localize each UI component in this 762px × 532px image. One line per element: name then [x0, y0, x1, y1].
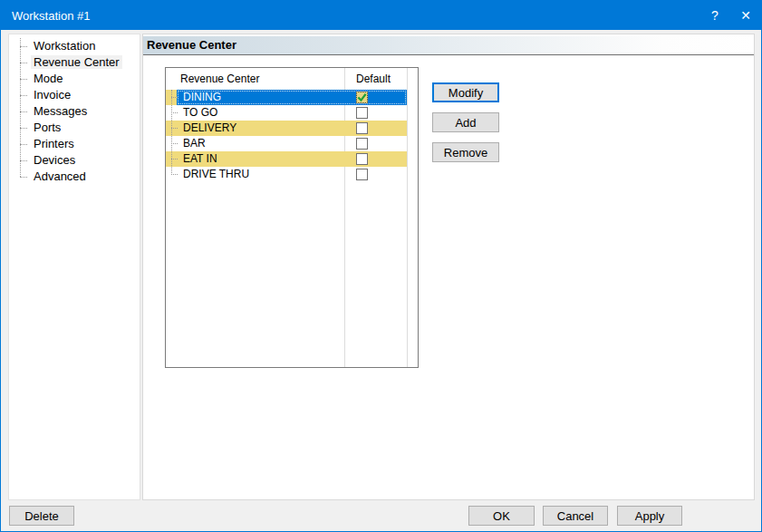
tree-connector [20, 160, 27, 161]
sidebar-item-label: Devices [31, 153, 78, 167]
sidebar-item-mode[interactable]: Mode [9, 71, 140, 87]
tree-connector [20, 63, 27, 63]
titlebar: Workstation #1 ? ✕ [1, 1, 761, 30]
tree-branch-line [171, 90, 172, 175]
modify-button[interactable]: Modify [432, 82, 499, 102]
sidebar-item-label: Printers [31, 137, 77, 150]
default-checkbox[interactable] [356, 107, 368, 119]
revenue-center-name: TO GO [183, 105, 217, 121]
tree-connector [20, 111, 27, 112]
sidebar-item-label: Messages [31, 104, 90, 118]
column-header-default: Default [356, 68, 391, 90]
help-icon[interactable]: ? [699, 1, 730, 30]
sidebar-item-label: Invoice [31, 88, 73, 102]
default-checkbox[interactable] [356, 122, 368, 134]
default-checkbox[interactable] [356, 153, 368, 165]
sidebar-item-printers[interactable]: Printers [9, 136, 140, 152]
tree-connector [171, 112, 178, 113]
apply-button[interactable]: Apply [617, 506, 682, 526]
tree-connector [20, 46, 27, 47]
sidebar-item-ports[interactable]: Ports [9, 120, 140, 136]
main-panel: Revenue Center Revenue Center Default DI… [142, 34, 755, 500]
tree-connector [171, 174, 178, 175]
tree-connector [171, 143, 178, 144]
revenue-center-name: BAR [183, 136, 206, 151]
tree-connector [20, 95, 27, 96]
sidebar-items: WorkstationRevenue CenterModeInvoiceMess… [9, 34, 140, 185]
tree-connector [20, 144, 27, 145]
sidebar-item-label: Advanced [31, 169, 89, 183]
tree-connector [20, 128, 27, 129]
workstation-dialog: Workstation #1 ? ✕ WorkstationRevenue Ce… [0, 0, 762, 532]
list-rows: DININGTO GODELIVERYBAREAT INDRIVE THRU [166, 90, 418, 182]
check-icon [357, 92, 367, 102]
tree-connector [171, 159, 178, 160]
table-row-dining[interactable]: DINING [166, 90, 407, 105]
sidebar-item-label: Ports [31, 121, 63, 134]
sidebar-item-invoice[interactable]: Invoice [9, 87, 140, 103]
default-checkbox[interactable] [356, 169, 368, 180]
revenue-center-list: Revenue Center Default DININGTO GODELIVE… [165, 67, 419, 368]
sidebar-item-workstation[interactable]: Workstation [9, 38, 140, 54]
sidebar-item-revenue-center[interactable]: Revenue Center [9, 54, 140, 71]
list-header: Revenue Center Default [166, 68, 418, 90]
revenue-center-name: EAT IN [183, 151, 217, 167]
sidebar-item-advanced[interactable]: Advanced [9, 169, 140, 185]
sidebar-tree: WorkstationRevenue CenterModeInvoiceMess… [8, 34, 140, 500]
table-row-delivery[interactable]: DELIVERY [166, 121, 407, 136]
remove-button[interactable]: Remove [432, 142, 499, 162]
close-icon[interactable]: ✕ [730, 1, 761, 30]
revenue-center-name: DELIVERY [183, 121, 236, 136]
tree-connector [20, 79, 27, 80]
revenue-center-name: DINING [183, 90, 221, 105]
table-row-eat-in[interactable]: EAT IN [166, 151, 407, 167]
ok-button[interactable]: OK [468, 506, 535, 526]
table-row-to-go[interactable]: TO GO [166, 105, 407, 121]
column-header-revenue-center: Revenue Center [180, 68, 259, 90]
tree-connector [20, 177, 27, 178]
tree-connector [171, 97, 178, 98]
revenue-center-name: DRIVE THRU [183, 167, 249, 182]
sidebar-item-messages[interactable]: Messages [9, 103, 140, 120]
page-title: Revenue Center [143, 36, 754, 55]
default-checkbox[interactable] [356, 92, 368, 103]
sidebar-item-label: Workstation [31, 39, 98, 53]
table-row-bar[interactable]: BAR [166, 136, 407, 151]
window-title: Workstation #1 [1, 9, 699, 23]
sidebar-item-label: Mode [31, 72, 66, 85]
add-button[interactable]: Add [432, 112, 499, 132]
table-row-drive-thru[interactable]: DRIVE THRU [166, 167, 407, 182]
default-checkbox[interactable] [356, 138, 368, 150]
sidebar-item-label: Revenue Center [31, 55, 122, 69]
cancel-button[interactable]: Cancel [543, 506, 608, 526]
sidebar-item-devices[interactable]: Devices [9, 152, 140, 169]
delete-button[interactable]: Delete [9, 506, 74, 526]
tree-connector [171, 128, 178, 129]
